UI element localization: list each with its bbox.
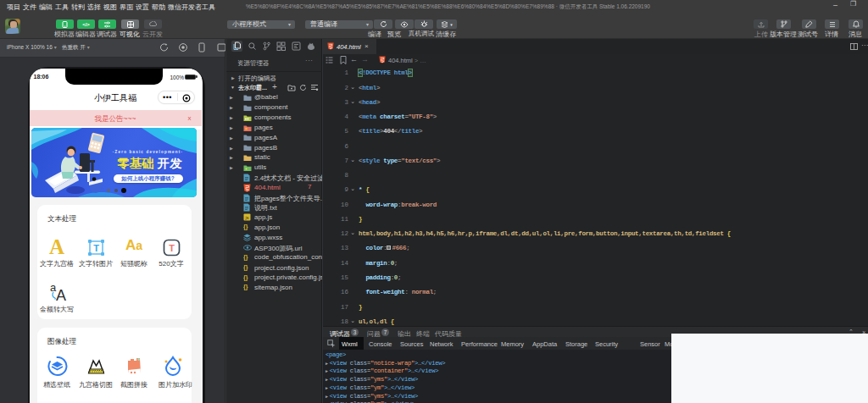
svg-text:T: T (93, 243, 99, 253)
svg-text:js: js (245, 215, 249, 220)
svg-text:A: A (56, 287, 66, 303)
svg-text:T: T (169, 243, 175, 253)
